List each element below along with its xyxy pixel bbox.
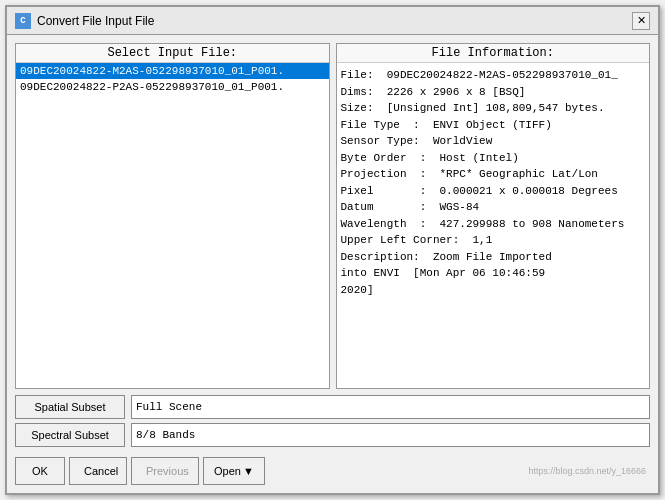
ok-button[interactable]: OK bbox=[15, 457, 65, 485]
previous-button[interactable]: Previous bbox=[131, 457, 199, 485]
spectral-subset-row: Spectral Subset bbox=[15, 423, 650, 447]
list-item[interactable]: 09DEC20024822-M2AS-052298937010_01_P001. bbox=[16, 63, 329, 79]
panels-row: Select Input File: 09DEC20024822-M2AS-05… bbox=[15, 43, 650, 389]
open-button[interactable]: Open ▼ bbox=[203, 457, 265, 485]
spectral-subset-button[interactable]: Spectral Subset bbox=[15, 423, 125, 447]
file-info-text: File: 09DEC20024822-M2AS-052298937010_01… bbox=[337, 63, 650, 302]
subsets-section: Spatial Subset Spectral Subset bbox=[15, 395, 650, 447]
spatial-subset-button[interactable]: Spatial Subset bbox=[15, 395, 125, 419]
icon-letter: C bbox=[20, 16, 25, 26]
title-bar: C Convert File Input File ✕ bbox=[7, 7, 658, 35]
window-title: Convert File Input File bbox=[37, 14, 154, 28]
spatial-subset-input[interactable] bbox=[131, 395, 650, 419]
spectral-subset-input[interactable] bbox=[131, 423, 650, 447]
title-bar-left: C Convert File Input File bbox=[15, 13, 154, 29]
open-label: Open bbox=[214, 465, 241, 477]
window-icon: C bbox=[15, 13, 31, 29]
right-panel: File Information: File: 09DEC20024822-M2… bbox=[336, 43, 651, 389]
spatial-subset-row: Spatial Subset bbox=[15, 395, 650, 419]
cancel-button[interactable]: Cancel bbox=[69, 457, 127, 485]
open-dropdown-arrow: ▼ bbox=[243, 465, 254, 477]
left-panel: Select Input File: 09DEC20024822-M2AS-05… bbox=[15, 43, 330, 389]
bottom-bar: OK Cancel Previous Open ▼ https://blog.c… bbox=[15, 453, 650, 485]
right-panel-header: File Information: bbox=[337, 44, 650, 63]
left-panel-header: Select Input File: bbox=[16, 44, 329, 63]
close-button[interactable]: ✕ bbox=[632, 12, 650, 30]
left-panel-scroll[interactable]: 09DEC20024822-M2AS-052298937010_01_P001.… bbox=[16, 63, 329, 388]
watermark-text: https://blog.csdn.net/y_16666 bbox=[528, 466, 650, 476]
file-list: 09DEC20024822-M2AS-052298937010_01_P001.… bbox=[16, 63, 329, 95]
right-panel-scroll[interactable]: File: 09DEC20024822-M2AS-052298937010_01… bbox=[337, 63, 650, 388]
main-window: C Convert File Input File ✕ Select Input… bbox=[5, 5, 660, 495]
list-item[interactable]: 09DEC20024822-P2AS-052298937010_01_P001. bbox=[16, 79, 329, 95]
bottom-buttons: OK Cancel Previous Open ▼ bbox=[15, 457, 265, 485]
main-content: Select Input File: 09DEC20024822-M2AS-05… bbox=[7, 35, 658, 493]
